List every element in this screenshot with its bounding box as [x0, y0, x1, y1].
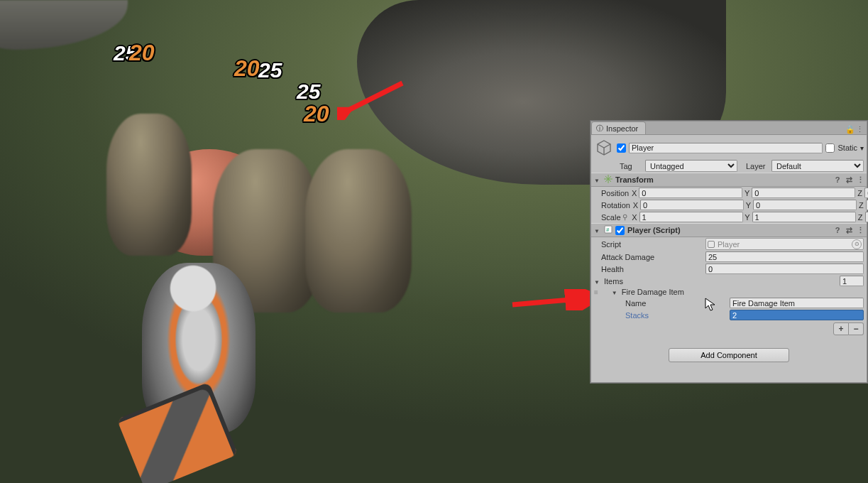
- info-icon: ⓘ: [596, 124, 603, 134]
- gameobject-active-checkbox[interactable]: [617, 143, 626, 153]
- enemy-zombie: [106, 114, 192, 256]
- tag-label: Tag: [620, 162, 642, 170]
- item-name-field[interactable]: [730, 298, 864, 308]
- svg-text:#: #: [606, 227, 610, 233]
- layer-dropdown[interactable]: Default: [771, 160, 864, 172]
- static-checkbox[interactable]: [825, 143, 835, 153]
- player-script-component-header[interactable]: # Player (Script) ? ⇄ ⋮: [591, 223, 867, 237]
- axis-y-label: Y: [745, 201, 752, 210]
- damage-number: 20: [234, 55, 260, 82]
- inspector-tab-label: Inspector: [606, 124, 638, 133]
- kebab-menu-icon[interactable]: ⋮: [855, 125, 864, 134]
- scale-y-field[interactable]: [752, 212, 856, 222]
- axis-y-label: Y: [743, 189, 751, 197]
- foldout-icon[interactable]: [602, 288, 620, 296]
- script-object-field[interactable]: Player ⊙: [705, 238, 864, 250]
- rotation-label: Rotation: [594, 201, 630, 210]
- position-label: Position: [594, 189, 629, 197]
- inspector-panel: ⓘ Inspector 🔒 ⋮ Static ▾ Tag Untagged La…: [590, 121, 867, 383]
- axis-x-label: X: [632, 201, 639, 210]
- static-label: Static: [837, 143, 857, 152]
- axis-y-label: Y: [744, 213, 752, 222]
- preset-icon[interactable]: ⇄: [845, 227, 852, 234]
- damage-number: 25: [114, 41, 137, 65]
- script-reference-row: Script Player ⊙: [591, 237, 867, 251]
- position-z-field[interactable]: [864, 188, 868, 198]
- position-y-field[interactable]: [752, 188, 855, 198]
- gameobject-icon[interactable]: [594, 138, 614, 158]
- damage-number: 20: [129, 40, 155, 66]
- script-object-value: Player: [718, 240, 740, 249]
- layer-label: Layer: [746, 162, 769, 170]
- items-list-footer: + −: [591, 321, 867, 338]
- preset-icon[interactable]: ⇄: [845, 176, 852, 184]
- list-remove-button[interactable]: −: [849, 322, 864, 335]
- item-stacks-field[interactable]: [730, 310, 864, 320]
- script-icon: #: [604, 225, 612, 235]
- axis-z-label: Z: [857, 213, 864, 222]
- damage-number: 25: [297, 80, 320, 104]
- transform-component-header[interactable]: Transform ? ⇄ ⋮: [591, 173, 867, 187]
- enemy-zombie: [305, 149, 412, 313]
- rotation-x-field[interactable]: [640, 200, 744, 210]
- tag-layer-row: Tag Untagged Layer Default: [591, 159, 867, 173]
- mouse-cursor: [705, 298, 718, 315]
- attack-damage-row: Attack Damage: [591, 251, 867, 263]
- rotation-row: Rotation X Y Z: [591, 199, 867, 211]
- items-list-item-header[interactable]: Fire Damage Item: [591, 287, 867, 297]
- kebab-menu-icon[interactable]: ⋮: [857, 227, 864, 234]
- items-label: Items: [604, 277, 700, 286]
- constrain-proportions-icon[interactable]: ⚲: [622, 213, 627, 221]
- help-icon[interactable]: ?: [834, 176, 841, 184]
- transform-title: Transform: [615, 175, 831, 184]
- tag-dropdown[interactable]: Untagged: [645, 160, 737, 172]
- scale-z-field[interactable]: [865, 212, 868, 222]
- item-stacks-row: Stacks: [591, 309, 867, 321]
- scale-x-field[interactable]: [639, 212, 743, 222]
- position-x-field[interactable]: [639, 188, 742, 198]
- damage-number: 20: [304, 101, 329, 127]
- object-picker-icon[interactable]: ⊙: [852, 239, 862, 249]
- health-label: Health: [594, 265, 704, 273]
- items-list-header[interactable]: Items: [591, 275, 867, 287]
- add-component-button[interactable]: Add Component: [669, 348, 789, 362]
- inspector-tab[interactable]: ⓘ Inspector: [591, 121, 646, 134]
- foldout-icon[interactable]: [594, 175, 601, 184]
- transform-icon: [604, 175, 612, 185]
- foldout-icon[interactable]: [594, 226, 601, 234]
- items-item0-heading: Fire Damage Item: [622, 288, 684, 296]
- lock-icon[interactable]: 🔒: [845, 125, 854, 134]
- component-enabled-checkbox[interactable]: [615, 226, 625, 235]
- list-add-button[interactable]: +: [833, 322, 849, 335]
- health-row: Health: [591, 263, 867, 275]
- damage-number: 25: [258, 58, 282, 82]
- gameobject-name-field[interactable]: [629, 143, 823, 153]
- inspector-tab-bar: ⓘ Inspector 🔒 ⋮: [591, 121, 867, 135]
- drag-handle-icon[interactable]: [594, 288, 600, 296]
- kebab-menu-icon[interactable]: ⋮: [857, 176, 864, 184]
- position-row: Position X Y Z: [591, 187, 867, 199]
- attack-damage-field[interactable]: [705, 251, 864, 262]
- items-count-field[interactable]: [840, 276, 864, 286]
- axis-z-label: Z: [856, 189, 864, 197]
- svg-line-1: [512, 298, 595, 305]
- attack-damage-label: Attack Damage: [594, 253, 704, 261]
- add-component-row: Add Component: [591, 338, 867, 382]
- help-icon[interactable]: ?: [834, 227, 841, 234]
- gameobject-header: Static ▾: [591, 135, 867, 159]
- static-dropdown-icon[interactable]: ▾: [860, 144, 864, 152]
- script-label: Script: [594, 240, 704, 249]
- axis-z-label: Z: [857, 201, 865, 210]
- axis-x-label: X: [631, 213, 639, 222]
- health-field[interactable]: [705, 264, 864, 274]
- annotation-arrow: [510, 289, 602, 310]
- scale-label: Scale: [594, 213, 621, 222]
- player-script-title: Player (Script): [627, 226, 831, 234]
- script-asset-icon: [708, 241, 715, 248]
- axis-x-label: X: [630, 189, 638, 197]
- foldout-icon[interactable]: [594, 277, 603, 286]
- item-name-row: Name: [591, 297, 867, 309]
- scale-row: Scale ⚲ X Y Z: [591, 211, 867, 223]
- rock-prop-2: [0, 0, 128, 50]
- rotation-y-field[interactable]: [753, 200, 857, 210]
